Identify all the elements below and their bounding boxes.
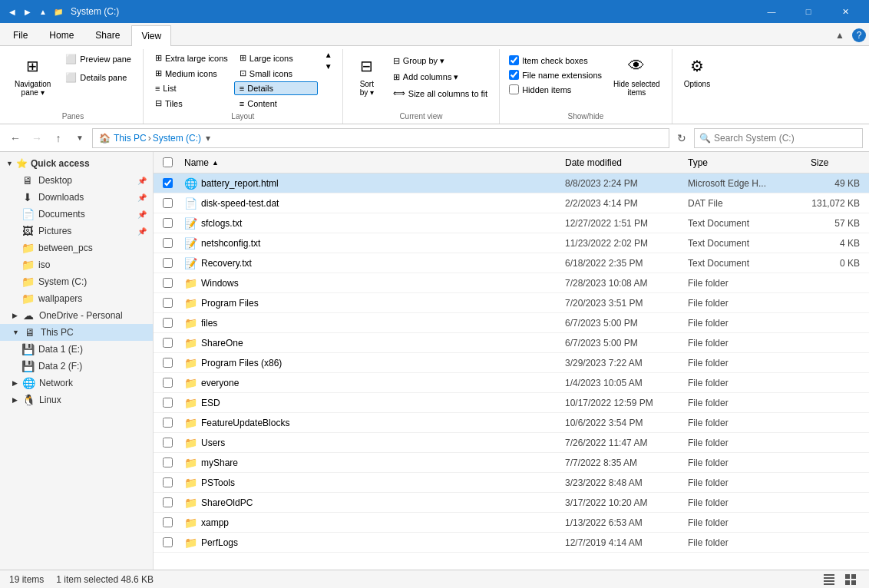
small-icons-button[interactable]: ⊡ Small icons	[234, 66, 318, 81]
row-checkbox[interactable]	[163, 178, 173, 188]
sidebar-item-documents[interactable]: 📄 Documents 📌	[0, 206, 153, 223]
sidebar-item-pictures[interactable]: 🖼 Pictures 📌	[0, 223, 153, 239]
file-row[interactable]: 📝 sfclogs.txt 12/27/2022 1:51 PM Text Do…	[154, 213, 869, 233]
row-checkbox[interactable]	[163, 517, 173, 527]
row-checkbox-cell[interactable]	[157, 398, 178, 408]
search-input[interactable]	[714, 133, 857, 144]
row-checkbox[interactable]	[163, 418, 173, 428]
hide-selected-button[interactable]: 👁 Hide selecteditems	[608, 51, 666, 100]
header-checkbox-col[interactable]	[157, 152, 178, 173]
minimize-button[interactable]: —	[754, 0, 789, 23]
breadcrumb-system-c[interactable]: System (C:)	[153, 133, 201, 144]
recent-locations-button[interactable]: ▼	[71, 129, 89, 147]
details-button[interactable]: ≡ Details	[234, 81, 318, 95]
file-row[interactable]: 📁 FeatureUpdateBlocks 10/6/2022 3:54 PM …	[154, 413, 869, 433]
file-row[interactable]: 📁 Users 7/26/2022 11:47 AM File folder	[154, 433, 869, 453]
sidebar-quick-access-header[interactable]: ▼ ⭐ Quick access	[0, 155, 153, 172]
header-type-col[interactable]: Type	[682, 152, 805, 173]
forward-icon[interactable]: ▶	[21, 5, 34, 18]
row-checkbox[interactable]	[163, 238, 173, 248]
large-icons-toggle[interactable]	[841, 572, 860, 587]
list-button[interactable]: ≡ List	[150, 81, 233, 95]
row-checkbox-cell[interactable]	[157, 178, 178, 188]
row-checkbox[interactable]	[163, 218, 173, 228]
row-checkbox[interactable]	[163, 258, 173, 268]
tab-share[interactable]: Share	[85, 25, 130, 45]
hidden-items-checkbox[interactable]	[509, 84, 519, 94]
medium-icons-button[interactable]: ⊞ Medium icons	[150, 66, 233, 81]
maximize-button[interactable]: □	[791, 0, 826, 23]
file-row[interactable]: 📁 ShareOne 6/7/2023 5:00 PM File folder	[154, 333, 869, 353]
back-icon[interactable]: ◀	[6, 5, 18, 18]
row-checkbox-cell[interactable]	[157, 258, 178, 268]
refresh-button[interactable]: ↻	[672, 129, 691, 147]
file-row[interactable]: 📁 Program Files (x86) 3/29/2023 7:22 AM …	[154, 353, 869, 373]
file-row[interactable]: 📝 netshconfig.txt 11/23/2022 2:02 PM Tex…	[154, 233, 869, 253]
row-checkbox-cell[interactable]	[157, 438, 178, 448]
row-checkbox-cell[interactable]	[157, 458, 178, 467]
file-name-ext-checkbox[interactable]	[509, 70, 519, 80]
file-row[interactable]: 📁 everyone 1/4/2023 10:05 AM File folder	[154, 373, 869, 393]
row-checkbox-cell[interactable]	[157, 318, 178, 328]
row-checkbox[interactable]	[163, 438, 173, 448]
navigation-pane-button[interactable]: ⊞ Navigationpane ▾	[9, 51, 56, 100]
hidden-items-option[interactable]: Hidden items	[506, 83, 605, 96]
options-button[interactable]: ⚙ Options	[679, 51, 715, 91]
address-input[interactable]: 🏠 This PC › System (C:) ▾	[92, 128, 669, 148]
row-checkbox-cell[interactable]	[157, 537, 178, 547]
header-name-col[interactable]: Name ▲	[178, 152, 559, 173]
file-row[interactable]: 🌐 battery_report.html 8/8/2023 2:24 PM M…	[154, 173, 869, 193]
row-checkbox[interactable]	[163, 497, 173, 507]
row-checkbox-cell[interactable]	[157, 418, 178, 428]
large-icons-button[interactable]: ⊞ Large icons	[234, 51, 318, 65]
file-row[interactable]: 📄 disk-speed-test.dat 2/2/2023 4:14 PM D…	[154, 193, 869, 213]
tab-home[interactable]: Home	[39, 25, 84, 45]
sidebar-item-between-pcs[interactable]: 📁 between_pcs	[0, 239, 153, 256]
item-checkboxes-option[interactable]: Item check boxes	[506, 54, 605, 67]
file-row[interactable]: 📁 xampp 1/13/2022 6:53 AM File folder	[154, 513, 869, 533]
search-box[interactable]: 🔍	[694, 128, 863, 148]
sidebar-item-iso[interactable]: 📁 iso	[0, 256, 153, 273]
sidebar-item-downloads[interactable]: ⬇ Downloads 📌	[0, 189, 153, 206]
add-columns-button[interactable]: ⊞ Add columns ▾	[388, 70, 493, 84]
details-pane-button[interactable]: ⬜ Details pane	[59, 69, 137, 86]
row-checkbox[interactable]	[163, 358, 173, 368]
row-checkbox-cell[interactable]	[157, 278, 178, 288]
collapse-ribbon-icon[interactable]: ▲	[831, 28, 849, 42]
file-row[interactable]: 📁 myShare 7/7/2022 8:35 AM File folder	[154, 453, 869, 473]
row-checkbox-cell[interactable]	[157, 198, 178, 208]
layout-scroll-down[interactable]: ▼	[321, 62, 336, 71]
file-row[interactable]: 📁 ESD 10/17/2022 12:59 PM File folder	[154, 393, 869, 413]
row-checkbox-cell[interactable]	[157, 477, 178, 487]
row-checkbox[interactable]	[163, 338, 173, 348]
up-button[interactable]: ↑	[49, 129, 68, 147]
sidebar-item-data1[interactable]: 💾 Data 1 (E:)	[0, 341, 153, 358]
sidebar-item-network[interactable]: ▶ 🌐 Network	[0, 375, 153, 391]
file-row[interactable]: 📁 Program Files 7/20/2023 3:51 PM File f…	[154, 293, 869, 313]
content-button[interactable]: ≡ Content	[234, 96, 318, 111]
file-row[interactable]: 📁 files 6/7/2023 5:00 PM File folder	[154, 313, 869, 333]
sort-by-button[interactable]: ⊟ Sortby ▾	[349, 51, 385, 100]
close-button[interactable]: ✕	[828, 0, 863, 23]
file-row[interactable]: 📁 PSTools 3/23/2022 8:48 AM File folder	[154, 473, 869, 493]
row-checkbox-cell[interactable]	[157, 298, 178, 308]
sidebar-item-onedrive[interactable]: ▶ ☁ OneDrive - Personal	[0, 307, 153, 324]
size-columns-button[interactable]: ⟺ Size all columns to fit	[388, 86, 493, 101]
row-checkbox[interactable]	[163, 298, 173, 308]
sidebar-item-desktop[interactable]: 🖥 Desktop 📌	[0, 172, 153, 189]
sidebar-item-data2[interactable]: 💾 Data 2 (F:)	[0, 358, 153, 375]
sidebar-item-system-c[interactable]: 📁 System (C:)	[0, 273, 153, 290]
header-date-col[interactable]: Date modified	[559, 152, 682, 173]
tab-view[interactable]: View	[131, 25, 171, 46]
breadcrumb-this-pc[interactable]: This PC	[114, 133, 147, 144]
tab-file[interactable]: File	[3, 25, 38, 45]
row-checkbox[interactable]	[163, 458, 173, 467]
row-checkbox-cell[interactable]	[157, 517, 178, 527]
extra-large-icons-button[interactable]: ⊞ Extra large icons	[150, 51, 233, 65]
select-all-checkbox[interactable]	[163, 157, 173, 167]
row-checkbox-cell[interactable]	[157, 497, 178, 507]
row-checkbox[interactable]	[163, 537, 173, 547]
row-checkbox-cell[interactable]	[157, 338, 178, 348]
preview-pane-button[interactable]: ⬜ Preview pane	[59, 51, 137, 68]
details-view-toggle[interactable]	[820, 572, 838, 587]
